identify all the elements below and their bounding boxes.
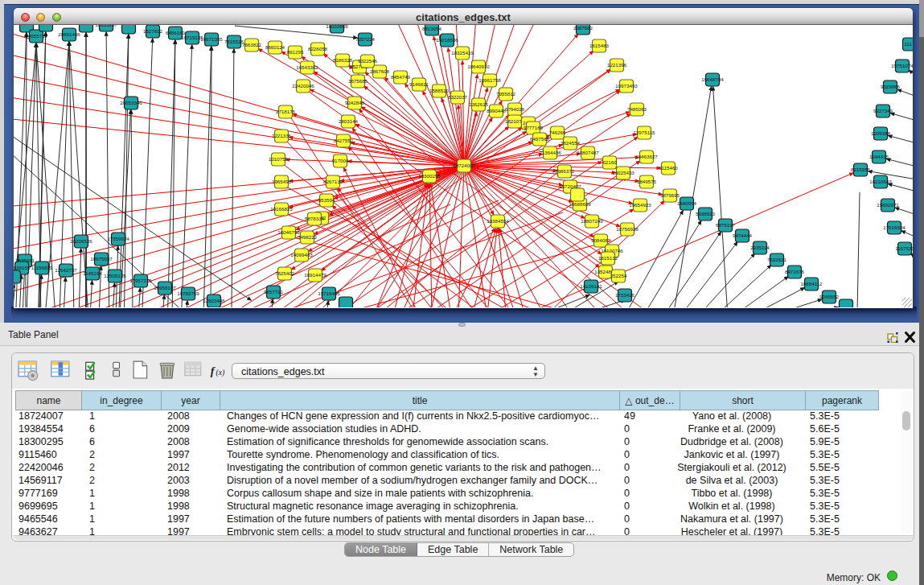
svg-text:1362615: 1362615 xyxy=(469,101,489,107)
svg-text:10655267: 10655267 xyxy=(95,25,117,27)
svg-text:7357224: 7357224 xyxy=(355,36,376,42)
svg-text:1221396: 1221396 xyxy=(607,62,627,68)
svg-text:7625402: 7625402 xyxy=(275,270,295,276)
svg-text:1527602: 1527602 xyxy=(143,28,163,34)
svg-text:9084067: 9084067 xyxy=(591,237,611,243)
svg-text:9242848: 9242848 xyxy=(345,100,365,105)
svg-text:14099483: 14099483 xyxy=(290,252,313,257)
svg-text:12942737: 12942737 xyxy=(55,267,77,273)
svg-text:8267130: 8267130 xyxy=(323,179,343,184)
svg-text:9115460: 9115460 xyxy=(659,165,678,171)
svg-text:21364436: 21364436 xyxy=(539,150,561,155)
svg-text:3675685: 3675685 xyxy=(348,78,368,84)
svg-text:746266: 746266 xyxy=(549,130,566,135)
svg-text:939159: 939159 xyxy=(14,265,31,270)
svg-text:1145194: 1145194 xyxy=(83,270,102,276)
svg-text:16210643: 16210643 xyxy=(869,179,892,184)
svg-text:3498222: 3498222 xyxy=(298,234,318,240)
svg-text:10688609: 10688609 xyxy=(569,201,591,207)
svg-text:19654923: 19654923 xyxy=(629,202,651,208)
svg-text:9329966: 9329966 xyxy=(881,84,901,89)
svg-text:9879695: 9879695 xyxy=(660,192,680,198)
svg-text:7632621: 7632621 xyxy=(767,257,787,262)
svg-text:8427552: 8427552 xyxy=(334,138,354,143)
svg-text:6497568: 6497568 xyxy=(530,136,550,142)
svg-text:1167531: 1167531 xyxy=(895,245,913,251)
svg-text:12975115: 12975115 xyxy=(633,130,655,135)
svg-text:1849575: 1849575 xyxy=(637,179,657,184)
svg-text:10973493: 10973493 xyxy=(615,83,638,89)
svg-text:1221336: 1221336 xyxy=(272,133,292,138)
svg-text:7515526: 7515526 xyxy=(224,39,244,44)
svg-text:1244415: 1244415 xyxy=(869,154,889,159)
svg-text:8471676: 8471676 xyxy=(785,269,805,274)
svg-text:2718176: 2718176 xyxy=(276,109,296,114)
svg-text:8660124: 8660124 xyxy=(265,44,285,50)
svg-text:1965493: 1965493 xyxy=(272,179,292,184)
svg-text:8186328: 8186328 xyxy=(333,57,353,63)
svg-text:62160: 62160 xyxy=(602,159,617,165)
svg-text:8813054: 8813054 xyxy=(422,26,442,31)
svg-text:18325419: 18325419 xyxy=(451,50,474,56)
svg-text:6879197: 6879197 xyxy=(716,222,736,228)
svg-text:15692971: 15692971 xyxy=(877,202,899,208)
svg-text:953594: 953594 xyxy=(318,197,335,203)
svg-text:17957275: 17957275 xyxy=(129,278,152,283)
svg-text:12505135: 12505135 xyxy=(104,273,126,278)
svg-text:18724007: 18724007 xyxy=(453,163,475,168)
svg-text:17359924: 17359924 xyxy=(107,236,129,241)
svg-text:16648784: 16648784 xyxy=(701,76,724,82)
svg-text:1615483: 1615483 xyxy=(589,43,610,48)
svg-text:8322037: 8322037 xyxy=(448,94,468,100)
svg-text:2803144: 2803144 xyxy=(339,118,359,124)
svg-text:10807487: 10807487 xyxy=(577,150,599,155)
svg-text:16543362: 16543362 xyxy=(296,64,318,70)
svg-text:9146821: 9146821 xyxy=(409,81,429,87)
svg-text:19384554: 19384554 xyxy=(487,218,509,224)
svg-text:18640910: 18640910 xyxy=(467,64,490,69)
svg-text:3624554: 3624554 xyxy=(561,140,581,146)
svg-text:10756928: 10756928 xyxy=(616,226,639,232)
svg-text:20053346: 20053346 xyxy=(120,100,142,105)
svg-text:10025433: 10025433 xyxy=(612,170,634,175)
svg-text:1588520: 1588520 xyxy=(429,88,450,93)
svg-text:18807249: 18807249 xyxy=(581,218,603,224)
svg-text:917004: 917004 xyxy=(332,158,349,163)
svg-text:7955812: 7955812 xyxy=(496,91,516,97)
svg-text:8215955: 8215955 xyxy=(851,167,871,172)
svg-text:7485063: 7485063 xyxy=(627,106,647,112)
svg-text:f: f xyxy=(211,365,216,377)
svg-text:18300295: 18300295 xyxy=(418,173,441,179)
svg-text:22420046: 22420046 xyxy=(292,83,314,89)
svg-text:5938923: 5938923 xyxy=(696,211,716,216)
svg-text:17016504: 17016504 xyxy=(883,225,906,230)
svg-text:9322546: 9322546 xyxy=(358,58,378,64)
svg-text:10958107: 10958107 xyxy=(154,285,176,290)
svg-text:5878334: 5878334 xyxy=(305,216,325,221)
svg-text:10654112: 10654112 xyxy=(800,281,823,286)
svg-text:1615132: 1615132 xyxy=(598,255,618,261)
svg-text:9227349: 9227349 xyxy=(873,108,893,113)
svg-text:6794028: 6794028 xyxy=(505,106,525,112)
svg-text:19218506: 19218506 xyxy=(436,37,458,43)
svg-text:7986372: 7986372 xyxy=(555,168,575,174)
svg-text:12923446: 12923446 xyxy=(203,298,225,303)
svg-text:10671355: 10671355 xyxy=(200,36,223,42)
svg-text:1640954: 1640954 xyxy=(677,200,697,206)
svg-text:7663822: 7663822 xyxy=(242,42,262,47)
svg-text:16961758: 16961758 xyxy=(478,77,501,83)
svg-text:20691406: 20691406 xyxy=(58,31,80,37)
svg-text:9857721: 9857721 xyxy=(264,289,284,295)
svg-text:2867608: 2867608 xyxy=(370,68,390,74)
svg-text:1733426: 1733426 xyxy=(615,292,635,298)
svg-text:252254: 252254 xyxy=(610,273,627,278)
svg-text:9245652: 9245652 xyxy=(819,294,840,299)
svg-text:19166825: 19166825 xyxy=(270,206,293,212)
svg-text:16914479: 16914479 xyxy=(304,272,326,278)
svg-text:19463627: 19463627 xyxy=(635,154,658,159)
svg-text:24055714: 24055714 xyxy=(25,33,47,39)
svg-text:2935114: 2935114 xyxy=(750,245,770,250)
svg-text:15751074: 15751074 xyxy=(891,63,913,68)
svg-text:8226058: 8226058 xyxy=(308,46,328,51)
svg-text:14136141: 14136141 xyxy=(580,283,602,289)
